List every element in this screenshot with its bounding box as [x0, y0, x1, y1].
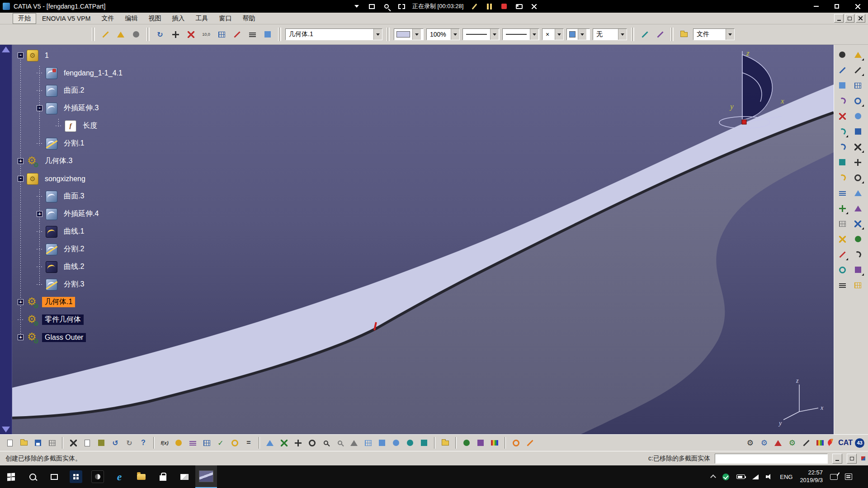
expand-icon[interactable] — [37, 211, 42, 217]
chevron-down-icon[interactable] — [530, 29, 538, 40]
collapse-icon[interactable] — [37, 105, 42, 111]
video-capture-icon[interactable] — [474, 436, 487, 449]
tree-item-label[interactable]: 分割.3 — [61, 279, 87, 290]
affinity-tool[interactable] — [852, 202, 864, 215]
whats-this-icon[interactable] — [137, 436, 150, 449]
fly-mode-icon[interactable] — [264, 436, 276, 449]
sphere-tool[interactable] — [852, 110, 864, 122]
expand-icon[interactable] — [18, 299, 24, 305]
revolve-tool[interactable] — [852, 94, 864, 107]
graphic-properties-painter-icon[interactable] — [638, 28, 651, 41]
close-button[interactable] — [847, 0, 868, 13]
recorder-window-icon[interactable] — [368, 2, 376, 10]
knowledge-gear-icon[interactable] — [786, 436, 798, 449]
pen-tool-icon[interactable] — [800, 436, 812, 449]
line-weight-combo[interactable] — [462, 28, 500, 40]
pan-icon[interactable] — [292, 436, 304, 449]
hide-show-icon[interactable] — [404, 436, 416, 449]
symmetry-tool[interactable] — [852, 141, 864, 153]
offset-surface-tool[interactable] — [836, 125, 849, 138]
tree-item-label[interactable]: songxizheng — [42, 174, 88, 183]
volume-icon[interactable] — [766, 474, 773, 479]
toolbar-handle[interactable] — [146, 28, 150, 41]
mass-properties-icon[interactable] — [130, 28, 142, 41]
disassemble-tool[interactable] — [852, 279, 864, 291]
menu-file[interactable]: 文件 — [96, 14, 119, 23]
mdi-close-button[interactable] — [856, 14, 865, 23]
equivalent-dimensions-icon[interactable] — [242, 436, 255, 449]
point-symbol-combo[interactable]: × — [542, 28, 564, 40]
menu-start[interactable]: 开始 — [13, 13, 36, 24]
lock-icon[interactable] — [228, 436, 241, 449]
axis-system-icon[interactable] — [184, 28, 197, 41]
recorder-menu-icon[interactable] — [353, 2, 361, 10]
menu-help[interactable]: 帮助 — [237, 14, 260, 23]
expand-icon[interactable] — [18, 158, 24, 164]
battery-icon[interactable] — [736, 474, 745, 479]
healing-tool[interactable] — [836, 217, 849, 230]
chevron-down-icon[interactable] — [373, 29, 382, 40]
menu-tools[interactable]: 工具 — [190, 14, 213, 23]
split-tool[interactable] — [836, 233, 849, 245]
multi-view-icon[interactable] — [362, 436, 374, 449]
tree-item-label[interactable]: 外插延伸.4 — [61, 209, 101, 219]
chevron-down-icon[interactable] — [726, 29, 734, 40]
hidden-icons-chevron[interactable] — [710, 474, 716, 480]
swap-visible-space-icon[interactable] — [418, 436, 430, 449]
language-indicator[interactable]: ENG — [780, 474, 793, 480]
tree-item-label[interactable]: 几何体.3 — [42, 156, 75, 166]
active-body-combo[interactable]: 几何体.1 — [285, 28, 382, 40]
cylinder-tool[interactable] — [852, 125, 864, 138]
antivirus-status-icon[interactable] — [722, 474, 729, 480]
toolbar-handle[interactable] — [670, 28, 674, 41]
intersection-tool[interactable] — [836, 110, 849, 122]
power-input[interactable] — [715, 454, 828, 464]
exchange-icon[interactable] — [231, 28, 243, 41]
scroll-up-icon[interactable] — [2, 47, 10, 52]
copy-icon[interactable] — [81, 436, 94, 449]
design-table-icon[interactable] — [200, 436, 213, 449]
fit-all-icon[interactable] — [278, 436, 290, 449]
scaling-tool[interactable] — [852, 187, 864, 199]
recorder-close-icon[interactable] — [530, 2, 538, 10]
axis-to-axis-tool[interactable] — [852, 217, 864, 230]
select-tool[interactable] — [852, 48, 864, 61]
compass-tool-icon[interactable] — [772, 436, 784, 449]
extract-tool[interactable] — [836, 279, 849, 291]
recorder-region-icon[interactable] — [397, 2, 406, 10]
zoom-out-icon[interactable] — [334, 436, 346, 449]
chevron-down-icon[interactable] — [412, 29, 421, 40]
layer-filter-combo[interactable]: 无 — [593, 28, 627, 40]
graphic-settings-icon[interactable] — [758, 436, 770, 449]
comment-icon[interactable] — [172, 436, 185, 449]
menu-window[interactable]: 窗口 — [214, 14, 236, 23]
fill-tool[interactable] — [836, 156, 849, 169]
collapse-icon[interactable] — [18, 176, 24, 182]
knowledge-rule-icon[interactable] — [186, 436, 199, 449]
formula-icon[interactable] — [158, 436, 171, 449]
paste-icon[interactable] — [95, 436, 108, 449]
tree-item-label[interactable]: 零件几何体 — [42, 314, 84, 325]
work-on-support-icon[interactable] — [215, 28, 228, 41]
tools-options-icon[interactable] — [744, 436, 756, 449]
tree-item-label[interactable]: 长度 — [80, 121, 100, 131]
expand-icon[interactable] — [18, 334, 24, 340]
isometric-view-icon[interactable] — [376, 436, 388, 449]
edge-browser-button[interactable] — [108, 465, 130, 488]
translate-tool[interactable] — [852, 156, 864, 169]
plane-tool[interactable] — [836, 79, 849, 92]
toolbar-handle[interactable] — [278, 28, 281, 41]
recorder-pause-icon[interactable] — [485, 2, 493, 10]
analysis-tools-icon[interactable] — [524, 436, 536, 449]
layer-combo[interactable] — [566, 28, 590, 40]
mdi-minimize-button[interactable] — [834, 14, 844, 23]
toolbar-handle[interactable] — [387, 28, 390, 41]
zoom-combo[interactable]: 100% — [426, 28, 460, 40]
zoom-in-icon[interactable] — [320, 436, 332, 449]
mdi-restore-button[interactable] — [845, 14, 854, 23]
line-type-combo[interactable] — [502, 28, 539, 40]
recorder-magnifier-icon[interactable] — [382, 2, 391, 10]
open-icon[interactable] — [18, 436, 30, 449]
projection-tool[interactable] — [836, 94, 849, 107]
open-catalog-icon[interactable] — [678, 28, 690, 41]
